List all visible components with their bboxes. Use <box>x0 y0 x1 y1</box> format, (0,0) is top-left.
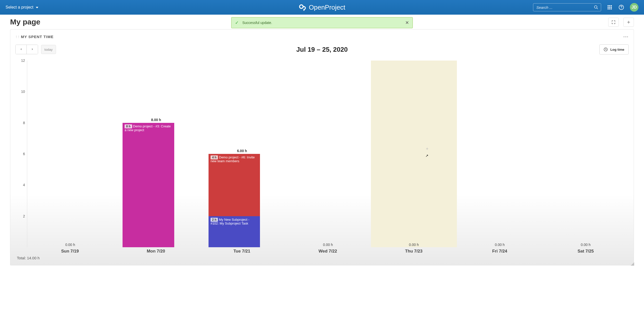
today-button[interactable]: today <box>41 45 56 54</box>
svg-point-13 <box>621 9 622 9</box>
y-tick: 12 <box>21 59 25 63</box>
project-selector[interactable]: Select a project <box>6 5 38 10</box>
widget-menu-button[interactable]: ••• <box>623 35 629 39</box>
zero-hours-label: 0.00 h <box>495 243 505 247</box>
zero-hours-label: 0.00 h <box>581 243 591 247</box>
day-column[interactable]: 0.00 h <box>543 61 629 247</box>
svg-rect-4 <box>609 5 610 6</box>
svg-rect-11 <box>611 8 612 9</box>
y-tick: 2 <box>23 214 25 218</box>
project-selector-label: Select a project <box>6 5 33 10</box>
svg-rect-10 <box>609 8 610 9</box>
x-axis-label: Wed 7/22 <box>285 247 371 254</box>
page-header-actions <box>608 18 634 27</box>
avatar-initials: JD <box>632 5 637 10</box>
svg-rect-9 <box>608 8 609 9</box>
plot-area: 0.00 h8 hDemo project - #3: Create a new… <box>27 61 629 247</box>
cursor-icon: ↖ <box>425 154 428 158</box>
date-range-heading: Jul 19 – 25, 2020 <box>296 46 348 53</box>
x-axis-labels: Sun 7/19Mon 7/20Tue 7/21Wed 7/22Thu 7/23… <box>27 247 629 254</box>
day-column[interactable]: 0.00 h <box>27 61 113 247</box>
y-tick: 8 <box>23 121 25 125</box>
svg-rect-5 <box>611 5 612 6</box>
chevron-down-icon <box>36 7 38 8</box>
day-column[interactable]: 4 hDemo project - #6: Invite new team me… <box>199 61 285 247</box>
avatar[interactable]: JD <box>630 3 638 12</box>
time-entry-segment[interactable]: 4 hDemo project - #6: Invite new team me… <box>209 154 260 216</box>
time-entry-segment[interactable]: 2 hMy New Subproject - #102: My Subproje… <box>209 216 260 247</box>
global-search[interactable] <box>533 3 601 11</box>
zero-hours-label: 0.00 h <box>65 243 75 247</box>
y-axis: 12108642 <box>15 61 27 247</box>
time-entry-segment[interactable]: 8 hDemo project - #3: Create a new proje… <box>123 123 174 247</box>
widget-toolbar: today Jul 19 – 25, 2020 Log time <box>15 44 629 54</box>
svg-rect-8 <box>611 7 612 8</box>
modules-icon[interactable] <box>607 4 613 10</box>
help-icon[interactable] <box>618 4 624 10</box>
brand-text: OpenProject <box>309 4 345 11</box>
next-week-button[interactable] <box>27 45 38 54</box>
zero-hours-label: 0.00 h <box>323 243 333 247</box>
stacked-bar[interactable]: 8 hDemo project - #3: Create a new proje… <box>123 123 174 247</box>
log-time-label: Log time <box>610 48 624 51</box>
y-tick: 4 <box>23 183 25 187</box>
svg-rect-7 <box>609 7 610 8</box>
spent-time-chart: 12108642 0.00 h8 hDemo project - #3: Cre… <box>15 61 629 247</box>
stacked-bar[interactable]: 4 hDemo project - #6: Invite new team me… <box>209 154 260 247</box>
svg-rect-3 <box>608 5 609 6</box>
x-axis-label: Tue 7/21 <box>199 247 285 254</box>
search-input[interactable] <box>536 5 594 10</box>
chevron-left-icon <box>20 47 22 51</box>
add-widget-button[interactable] <box>623 18 634 27</box>
prev-week-button[interactable] <box>16 45 27 54</box>
zero-hours-label: 0.00 h <box>409 243 419 247</box>
week-nav-group <box>15 45 38 54</box>
x-axis-label: Thu 7/23 <box>371 247 457 254</box>
widget-title: MY SPENT TIME <box>21 35 53 39</box>
x-axis-label: Mon 7/20 <box>113 247 199 254</box>
header-right: JD <box>533 3 638 12</box>
spent-time-widget: ⋮⋮⋮⋮ MY SPENT TIME ••• today Jul 19 – 25… <box>10 29 634 265</box>
day-column[interactable]: 0.00 h+↖ <box>371 61 457 247</box>
bar-total-label: 8.00 h <box>151 118 161 122</box>
x-axis-label: Sun 7/19 <box>27 247 113 254</box>
toast-message: Successful update. <box>242 21 272 25</box>
close-icon[interactable]: ✕ <box>405 20 409 25</box>
x-axis-label: Sat 7/25 <box>543 247 629 254</box>
resize-handle[interactable] <box>631 262 634 266</box>
brand-logo[interactable]: OpenProject <box>299 4 345 11</box>
success-toast: ✓ Successful update. ✕ <box>231 17 413 28</box>
drag-handle-icon[interactable]: ⋮⋮⋮⋮ <box>15 36 18 38</box>
y-tick: 6 <box>23 152 25 156</box>
day-column[interactable]: 8 hDemo project - #3: Create a new proje… <box>113 61 199 247</box>
y-tick: 10 <box>21 90 25 94</box>
x-axis-label: Fri 7/24 <box>457 247 543 254</box>
total-hours-label: Total: 14.00 h <box>17 256 629 260</box>
day-column[interactable]: 0.00 h <box>285 61 371 247</box>
top-header: Select a project OpenProject <box>0 0 644 15</box>
plus-icon <box>627 20 631 24</box>
day-column[interactable]: 0.00 h <box>457 61 543 247</box>
chevron-right-icon <box>31 47 34 51</box>
add-entry-plus-icon[interactable]: + <box>426 146 429 152</box>
svg-rect-6 <box>608 7 609 8</box>
svg-point-1 <box>594 6 597 8</box>
fullscreen-icon <box>611 20 616 24</box>
check-icon: ✓ <box>235 20 239 25</box>
log-time-button[interactable]: Log time <box>599 44 629 54</box>
fullscreen-button[interactable] <box>608 18 619 27</box>
page-header-area: My page ✓ Successful update. ✕ <box>0 15 644 29</box>
openproject-logo-icon <box>299 4 306 11</box>
search-icon <box>594 5 598 10</box>
svg-line-2 <box>597 8 598 9</box>
clock-icon <box>604 47 608 51</box>
widget-title-row: ⋮⋮⋮⋮ MY SPENT TIME ••• <box>15 35 629 39</box>
bar-total-label: 6.00 h <box>237 149 247 153</box>
